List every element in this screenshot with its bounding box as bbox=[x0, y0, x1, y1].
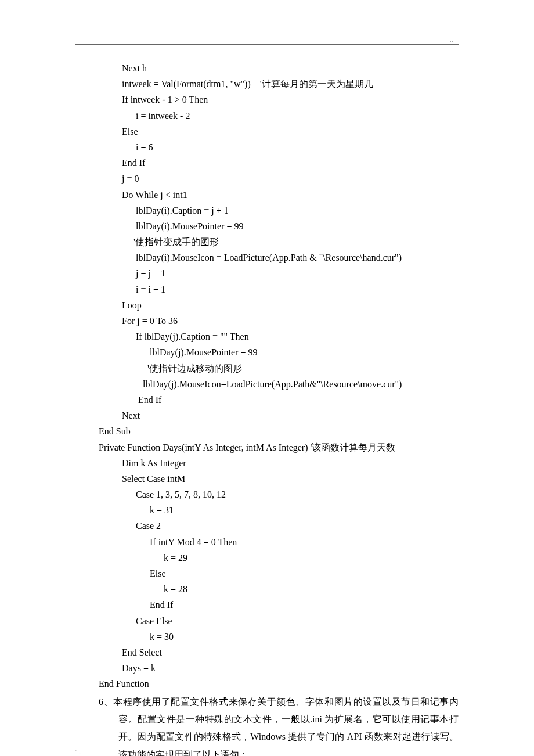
header-rule bbox=[75, 44, 459, 45]
paragraph-6: 6、本程序使用了配置文件格式来保存关于颜色、字体和图片的设置以及节日和记事内容。… bbox=[99, 693, 459, 757]
header-dots: .. bbox=[450, 35, 454, 45]
footer-mark: ' . bbox=[75, 747, 81, 756]
code-block: Next h intweek = Val(Format(dtm1, "w")) … bbox=[99, 60, 459, 692]
page: .. Next h intweek = Val(Format(dtm1, "w"… bbox=[0, 0, 534, 756]
